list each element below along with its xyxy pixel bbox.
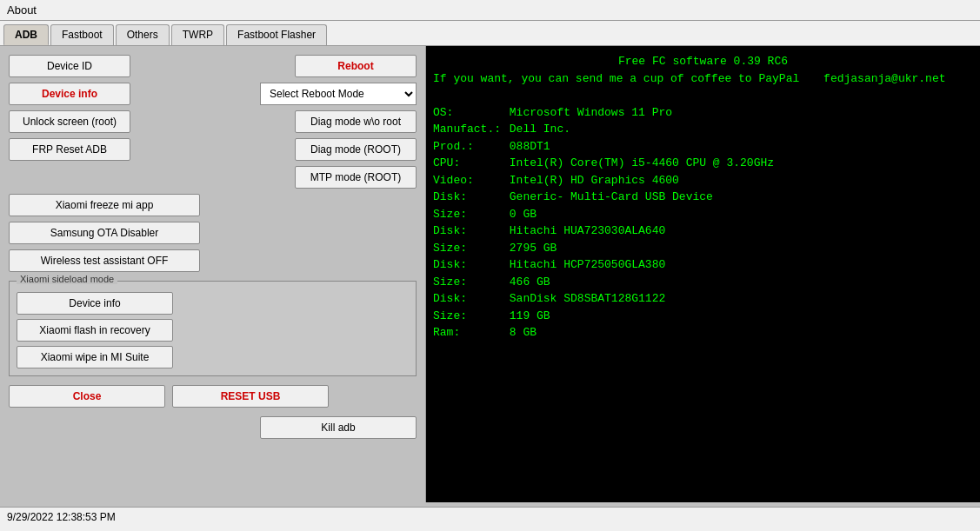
console-coffee: If you want, you can send me a cup of co… xyxy=(433,70,973,88)
console-size3: Size: 466 GB xyxy=(433,274,973,291)
console-os-value: Microsoft Windows 11 Pro xyxy=(510,106,672,119)
console-disk1-value: Generic- Multi-Card USB Device xyxy=(510,190,713,203)
main-area: Device ID Reboot Device info Select Rebo… xyxy=(0,46,980,502)
console-size2-label: Size: xyxy=(433,240,503,257)
reboot-button[interactable]: Reboot xyxy=(295,55,417,77)
console-video-value: Intel(R) HD Graphics 4600 xyxy=(510,174,679,187)
console-paypal-email: fedjasanja@ukr.net xyxy=(823,72,945,85)
status-bar: 9/29/2022 12:38:53 PM xyxy=(0,507,980,531)
row-device-reboot: Device ID Reboot xyxy=(9,55,417,77)
row-mtp: MTP mode (ROOT) xyxy=(9,166,417,189)
console-prod-value: 088DT1 xyxy=(510,140,550,153)
tab-bar: ADB Fastboot Others TWRP Fastboot Flashe… xyxy=(0,21,980,46)
console-manufact-label: Manufact.: xyxy=(433,121,503,138)
group-box-content: Device info Xiaomi flash in recovery Xia… xyxy=(17,292,409,368)
wireless-test-button[interactable]: Wireless test assistant OFF xyxy=(9,249,200,272)
console-disk2-label: Disk: xyxy=(433,222,503,240)
device-info-button[interactable]: Device info xyxy=(9,83,130,105)
row-frp-diagroot: FRP Reset ADB Diag mode (ROOT) xyxy=(9,138,417,161)
xiaomi-flash-button[interactable]: Xiaomi flash in recovery xyxy=(17,319,173,342)
console-size1-value: 0 GB xyxy=(510,208,537,221)
tab-twrp[interactable]: TWRP xyxy=(171,24,224,45)
console-cpu-value: Intel(R) Core(TM) i5-4460 CPU @ 3.20GHz xyxy=(510,156,774,169)
xiaomi-wipe-button[interactable]: Xiaomi wipe in MI Suite xyxy=(17,346,173,368)
unlock-screen-button[interactable]: Unlock screen (root) xyxy=(9,110,130,133)
console-manufact: Manufact.: Dell Inc. xyxy=(433,121,973,138)
console-disk3-value: Hitachi HCP725050GLA380 xyxy=(510,258,665,271)
row-xiaomi-freeze: Xiaomi freeze mi app xyxy=(9,194,417,216)
console-video-label: Video: xyxy=(433,172,503,189)
console-size3-value: 466 GB xyxy=(510,275,550,289)
reboot-mode-select[interactable]: Select Reboot Mode xyxy=(260,83,417,105)
console-ram-value: 8 GB xyxy=(510,326,537,339)
xiaomi-sideload-group: Xiaomi sideload mode Device info Xiaomi … xyxy=(9,281,417,376)
console-size4-value: 119 GB xyxy=(510,309,550,322)
console-size1-label: Size: xyxy=(433,206,503,223)
console-spacer xyxy=(433,87,973,104)
row-samsung-ota: Samsung OTA Disabler xyxy=(9,222,417,244)
console-cpu-label: CPU: xyxy=(433,155,503,172)
bottom-buttons-row: Close RESET USB xyxy=(9,385,417,408)
mtp-mode-root-button[interactable]: MTP mode (ROOT) xyxy=(295,166,417,189)
device-id-button[interactable]: Device ID xyxy=(9,55,130,77)
console-coffee-text: If you want, you can send me a cup of co… xyxy=(433,72,799,85)
console-disk4-label: Disk: xyxy=(433,290,503,308)
tab-others[interactable]: Others xyxy=(116,24,170,45)
device-info-group-button[interactable]: Device info xyxy=(17,292,173,315)
title-bar: About xyxy=(0,0,980,21)
console-disk1: Disk: Generic- Multi-Card USB Device xyxy=(433,189,973,206)
samsung-ota-button[interactable]: Samsung OTA Disabler xyxy=(9,222,200,244)
console-disk1-label: Disk: xyxy=(433,189,503,206)
console-ram-label: Ram: xyxy=(433,324,503,342)
tab-fastboot[interactable]: Fastboot xyxy=(50,24,114,45)
console-title: Free FC software 0.39 RC6 xyxy=(433,53,973,70)
diag-mode-root-button[interactable]: Diag mode (ROOT) xyxy=(295,138,417,161)
console-cpu: CPU: Intel(R) Core(TM) i5-4460 CPU @ 3.2… xyxy=(433,155,973,172)
console-disk2: Disk: Hitachi HUA723030ALA640 xyxy=(433,222,973,240)
console-size4-label: Size: xyxy=(433,308,503,325)
console-prod-label: Prod.: xyxy=(433,138,503,156)
console-disk4: Disk: SanDisk SD8SBAT128G1122 xyxy=(433,290,973,308)
console-prod: Prod.: 088DT1 xyxy=(433,138,973,156)
group-box-label: Xiaomi sideload mode xyxy=(17,274,117,284)
console-os: OS: Microsoft Windows 11 Pro xyxy=(433,104,973,122)
xiaomi-freeze-button[interactable]: Xiaomi freeze mi app xyxy=(9,194,200,216)
kill-adb-button[interactable]: Kill adb xyxy=(260,416,417,439)
status-text: 9/29/2022 12:38:53 PM xyxy=(7,511,116,523)
diag-mode-no-root-button[interactable]: Diag mode w\o root xyxy=(295,110,417,133)
console-disk4-value: SanDisk SD8SBAT128G1122 xyxy=(510,292,665,305)
console-size3-label: Size: xyxy=(433,274,503,291)
row-wireless-test: Wireless test assistant OFF xyxy=(9,249,417,272)
row-deviceinfo-rebootmode: Device info Select Reboot Mode xyxy=(9,83,417,105)
tab-fastboot-flasher[interactable]: Fastboot Flasher xyxy=(226,24,327,45)
console-panel: Free FC software 0.39 RC6 If you want, y… xyxy=(426,46,980,502)
console-size2-value: 2795 GB xyxy=(510,242,557,255)
console-disk3: Disk: Hitachi HCP725050GLA380 xyxy=(433,256,973,274)
reset-usb-button[interactable]: RESET USB xyxy=(172,385,329,408)
console-size4: Size: 119 GB xyxy=(433,308,973,325)
close-button[interactable]: Close xyxy=(9,385,165,408)
left-panel: Device ID Reboot Device info Select Rebo… xyxy=(0,46,426,502)
console-disk3-label: Disk: xyxy=(433,256,503,274)
console-disk2-value: Hitachi HUA723030ALA640 xyxy=(510,224,665,237)
console-size1: Size: 0 GB xyxy=(433,206,973,223)
tab-adb[interactable]: ADB xyxy=(3,24,49,45)
kill-adb-row: Kill adb xyxy=(9,416,417,439)
title-text: About xyxy=(7,3,37,17)
console-video: Video: Intel(R) HD Graphics 4600 xyxy=(433,172,973,189)
console-ram: Ram: 8 GB xyxy=(433,324,973,342)
console-os-label: OS: xyxy=(433,104,503,122)
frp-reset-button[interactable]: FRP Reset ADB xyxy=(9,138,130,161)
console-manufact-value: Dell Inc. xyxy=(510,123,570,136)
console-size2: Size: 2795 GB xyxy=(433,240,973,257)
row-unlock-diag: Unlock screen (root) Diag mode w\o root xyxy=(9,110,417,133)
